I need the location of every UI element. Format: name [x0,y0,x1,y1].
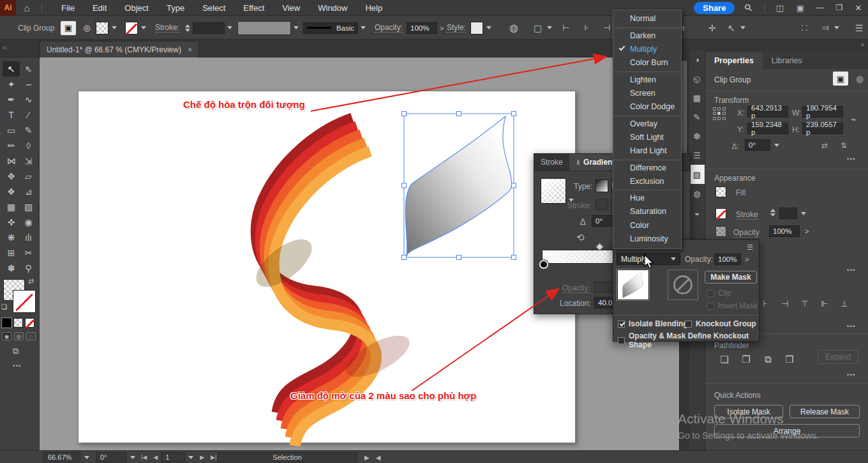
x-field[interactable]: 643.2913 p [747,106,788,118]
align-top-icon[interactable]: ⊤ [798,299,812,308]
gradient-button[interactable] [13,318,23,328]
h-field[interactable]: 239.0557 p [802,123,843,134]
target-icon[interactable]: ◎ [852,72,867,86]
transparency-panel-icon[interactable]: ◒ [689,203,705,222]
chevron-down-icon[interactable] [774,144,779,147]
reference-point-grid[interactable] [713,107,727,121]
draw-normal-icon[interactable]: ◉ [2,332,11,340]
curvature-tool[interactable]: ∿ [20,92,37,107]
stroke-weight-stepper[interactable] [185,24,190,32]
rotate-angle-field[interactable]: 0° [745,139,770,151]
app-logo-icon[interactable]: Ai [0,0,16,16]
w-field[interactable]: 180.7954 p [802,106,843,118]
linear-gradient-icon[interactable] [595,179,608,192]
align-more-icon[interactable]: ••• [847,323,856,330]
chevron-down-icon[interactable] [112,26,117,29]
blend-option-difference[interactable]: Difference [613,160,681,175]
preferences-icon[interactable]: ▢ [534,23,542,33]
menu-item[interactable]: Window [309,0,356,16]
opacity-field[interactable]: 100% [714,254,741,265]
opacity-swatch[interactable] [715,226,726,237]
pathfinder-more-icon[interactable]: ••• [847,372,856,378]
artboard-tool[interactable]: ⊞ [3,245,20,261]
blend-option-soft-light[interactable]: Soft Light [613,131,681,145]
bounding-box-icon[interactable]: ▣ [61,21,76,35]
reverse-gradient-icon[interactable]: ⟲ [576,232,585,243]
blend-option-color-burn[interactable]: Color Burn [613,56,681,70]
panel-menu-icon[interactable]: ☰ [747,243,754,252]
hand-tool[interactable]: ✽ [3,261,20,276]
blend-tool[interactable]: ◉ [20,215,37,230]
style-label[interactable]: Style: [447,23,466,33]
close-button[interactable]: ✕ [849,0,868,16]
chevron-down-icon[interactable] [84,456,89,459]
draw-inside-icon[interactable]: ◌ [26,332,36,340]
arrange-button[interactable]: Arrange [714,424,860,437]
align-v-center-icon[interactable]: ⊩ [818,299,832,308]
tab-properties[interactable]: Properties [705,52,763,69]
blend-option-color-dodge[interactable]: Color Dodge [613,100,681,114]
restore-button[interactable]: ❐ [830,0,849,16]
chevron-right-icon[interactable]: > [802,227,811,235]
perspective-grid-tool[interactable]: ⊿ [20,184,37,199]
object-thumbnail[interactable] [617,269,649,300]
chevron-right-icon[interactable]: > [437,24,446,32]
make-mask-button[interactable]: Make Mask [705,271,757,284]
opacity-label[interactable]: Opacity [733,228,760,238]
document-tab[interactable]: Untitled-1* @ 66.67 % (CMYK/Preview) × [40,41,199,57]
blend-option-hue[interactable]: Hue [613,190,681,205]
menu-item[interactable]: View [273,0,309,16]
3d-panel-icon[interactable]: ◍ [689,184,705,203]
align-bottom-icon[interactable]: ⊥ [837,299,851,308]
chevron-down-icon[interactable] [834,26,839,29]
opacity-field[interactable]: 100% [769,225,800,237]
blend-option-multiply[interactable]: Multiply [613,43,681,57]
stroke-weight-field[interactable] [779,208,797,219]
tab-libraries[interactable]: Libraries [763,52,811,69]
opacity-field[interactable]: 100% [407,22,437,34]
pen-tool[interactable]: ✒ [3,92,20,107]
knockout-group-checkbox[interactable]: Knockout Group [685,319,756,328]
blend-option-darken[interactable]: Darken [613,27,681,43]
pathfinder-intersect-icon[interactable]: ⧉ [760,354,775,365]
blend-option-overlay[interactable]: Overlay [613,116,681,131]
gradient-stop-black[interactable] [539,260,548,269]
isolate-blending-checkbox[interactable]: Isolate Blending [618,319,688,328]
blend-mode-dropdown[interactable]: Multiply [617,253,680,265]
rectangle-tool[interactable]: ▭ [3,123,20,138]
fill-swatch[interactable] [96,22,108,34]
selected-object[interactable] [405,116,512,256]
fill-label[interactable]: Fill [736,188,745,197]
menu-item[interactable]: Object [116,0,158,16]
stroke-color-swatch[interactable] [13,291,35,312]
home-icon[interactable]: ⌂ [16,3,38,13]
chevron-down-icon[interactable] [361,26,366,29]
chevron-down-icon[interactable] [130,456,135,459]
chevron-down-icon[interactable] [547,26,552,29]
blend-option-exclusion[interactable]: Exclusion [613,175,681,189]
direct-selection-tool[interactable]: ⇖ [20,61,37,77]
style-swatch[interactable] [470,22,483,34]
chevron-down-icon[interactable] [294,26,299,29]
link-dimensions-icon[interactable]: ⌁ [851,114,857,125]
prev-artboard-icon[interactable]: ◀ [150,454,161,460]
stroke-swatch[interactable] [125,22,138,34]
menu-item[interactable]: Effect [234,0,273,16]
swatches-panel-icon[interactable]: ▦ [689,88,705,107]
menu-item[interactable]: Select [193,0,234,16]
chevron-down-icon[interactable] [188,456,193,459]
release-mask-button[interactable]: Release Mask [789,405,860,418]
chevron-down-icon[interactable] [740,26,745,29]
knockout-shape-checkbox[interactable]: Opacity & Mask Define Knockout Shape [618,331,759,349]
gradient-panel-icon[interactable]: ▨ [689,165,705,184]
tab-stroke[interactable]: Stroke [534,154,569,171]
free-transform-tool[interactable]: ▱ [20,169,37,184]
options-menu-icon[interactable]: ☰ [855,23,864,33]
brushes-panel-icon[interactable]: ✎ [689,107,705,126]
lasso-tool[interactable]: ∽ [20,77,37,92]
search-icon[interactable]: ⚲ [742,1,756,15]
blend-option-hard-light[interactable]: Hard Light [613,144,681,158]
blend-option-screen[interactable]: Screen [613,87,681,101]
blend-option-lighten[interactable]: Lighten [613,72,681,87]
stroke-swatch[interactable] [715,208,726,219]
